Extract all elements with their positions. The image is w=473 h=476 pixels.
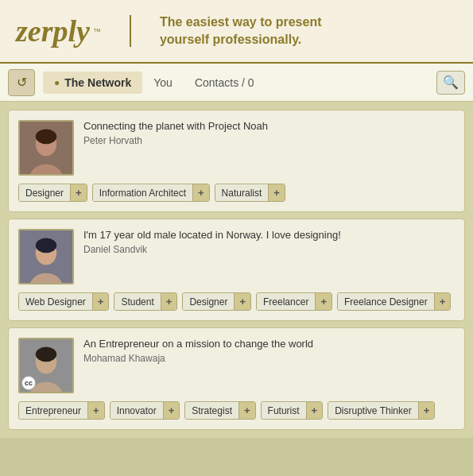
- logo: zerply: [16, 14, 90, 48]
- profile-card-mohamad-khawaja: cc An Entrepreneur on a mission to chang…: [8, 327, 465, 430]
- tag: Information Architect +: [92, 184, 210, 202]
- tag-label: Entrepreneur: [19, 403, 87, 419]
- tag-plus-button[interactable]: +: [306, 402, 323, 419]
- network-tab-icon: ●: [54, 77, 60, 88]
- profile-tags: Web Designer + Student + Designer + Free…: [18, 292, 455, 311]
- tag: Strategist +: [184, 401, 255, 420]
- refresh-icon: ↺: [17, 75, 27, 90]
- tag-label: Innovator: [110, 403, 163, 419]
- refresh-button[interactable]: ↺: [8, 69, 35, 96]
- profile-info: An Entrepreneur on a mission to change t…: [83, 338, 455, 364]
- profile-avatar: cc: [18, 338, 74, 393]
- svg-point-6: [36, 238, 56, 253]
- tag-label: Futurist: [262, 403, 306, 419]
- profile-top: Connecting the planet with Project Noah …: [18, 120, 455, 176]
- profile-name: Peter Horvath: [83, 135, 455, 146]
- profile-tags: Entrepreneur + Innovator + Strategist + …: [18, 401, 455, 420]
- profile-name: Daniel Sandvik: [83, 244, 455, 255]
- svg-point-2: [36, 129, 56, 144]
- tag-label: Naturalist: [215, 185, 269, 201]
- tag-plus-button[interactable]: +: [418, 402, 435, 419]
- tag: Freelancer +: [256, 292, 332, 311]
- profile-bio: Connecting the planet with Project Noah: [83, 120, 455, 134]
- profile-avatar: [18, 229, 74, 284]
- tag-plus-button[interactable]: +: [92, 293, 109, 310]
- profile-name: Mohamad Khawaja: [83, 353, 455, 364]
- tag-label: Freelancer: [257, 294, 315, 310]
- tag-label: Freelance Designer: [338, 294, 434, 310]
- profile-top: cc An Entrepreneur on a mission to chang…: [18, 338, 455, 393]
- tab-network[interactable]: ● The Network: [43, 72, 142, 94]
- tag-plus-button[interactable]: +: [70, 184, 87, 201]
- tag: Student +: [114, 292, 177, 311]
- tag-label: Disruptive Thinker: [328, 403, 417, 419]
- navbar: ↺ ● The Network You Contacts / 0 🔍: [0, 64, 473, 102]
- tab-contacts[interactable]: Contacts / 0: [184, 72, 266, 94]
- profile-info: Connecting the planet with Project Noah …: [83, 120, 455, 146]
- search-icon: 🔍: [443, 75, 459, 90]
- profile-tags: Designer + Information Architect + Natur…: [18, 184, 455, 202]
- header: zerply™ The easiest way to present yours…: [0, 0, 473, 64]
- profile-info: I'm 17 year old male located in Norway. …: [83, 229, 455, 255]
- tag: Innovator +: [110, 401, 180, 420]
- tag-plus-button[interactable]: +: [87, 402, 104, 419]
- logo-divider: [130, 15, 131, 47]
- tag-label: Strategist: [185, 403, 238, 419]
- tag: Naturalist +: [215, 184, 285, 202]
- tag-plus-button[interactable]: +: [234, 293, 250, 310]
- tagline-line2: yourself professionally.: [160, 31, 322, 48]
- tagline: The easiest way to present yourself prof…: [160, 14, 322, 49]
- tag: Web Designer +: [18, 292, 109, 311]
- network-tab-label: The Network: [64, 76, 131, 89]
- profile-avatar: [18, 120, 74, 176]
- tag-plus-button[interactable]: +: [434, 293, 451, 310]
- contacts-tab-label: Contacts / 0: [195, 76, 254, 89]
- tag-label: Web Designer: [19, 294, 92, 310]
- tag: Futurist +: [261, 401, 324, 420]
- tab-you[interactable]: You: [142, 72, 184, 94]
- tag-plus-button[interactable]: +: [238, 402, 255, 419]
- tag-label: Designer: [19, 185, 70, 201]
- tag: Designer +: [18, 184, 87, 202]
- tag: Entrepreneur +: [18, 401, 105, 420]
- logo-area: zerply™: [16, 14, 101, 48]
- tag-plus-button[interactable]: +: [268, 184, 285, 201]
- tag-plus-button[interactable]: +: [161, 293, 177, 310]
- profile-bio: An Entrepreneur on a mission to change t…: [83, 338, 455, 351]
- logo-tm: ™: [93, 27, 101, 36]
- profile-card-peter-horvath: Connecting the planet with Project Noah …: [8, 110, 465, 212]
- tag-label: Student: [114, 294, 160, 310]
- profile-bio: I'm 17 year old male located in Norway. …: [83, 229, 455, 242]
- search-button[interactable]: 🔍: [436, 71, 465, 95]
- you-tab-label: You: [153, 76, 173, 89]
- profile-card-daniel-sandvik: I'm 17 year old male located in Norway. …: [8, 219, 465, 321]
- content-area: Connecting the planet with Project Noah …: [0, 102, 473, 438]
- tag-plus-button[interactable]: +: [163, 402, 180, 419]
- tag: Disruptive Thinker +: [328, 401, 435, 420]
- tag: Designer +: [182, 292, 251, 311]
- tag: Freelance Designer +: [337, 292, 451, 311]
- profile-top: I'm 17 year old male located in Norway. …: [18, 229, 455, 284]
- tag-label: Information Architect: [93, 185, 192, 201]
- tag-label: Designer: [183, 294, 234, 310]
- tag-plus-button[interactable]: +: [192, 184, 209, 201]
- cc-icon: cc: [21, 376, 36, 390]
- svg-point-10: [36, 346, 56, 362]
- tag-plus-button[interactable]: +: [315, 293, 331, 310]
- tagline-line1: The easiest way to present: [160, 14, 322, 31]
